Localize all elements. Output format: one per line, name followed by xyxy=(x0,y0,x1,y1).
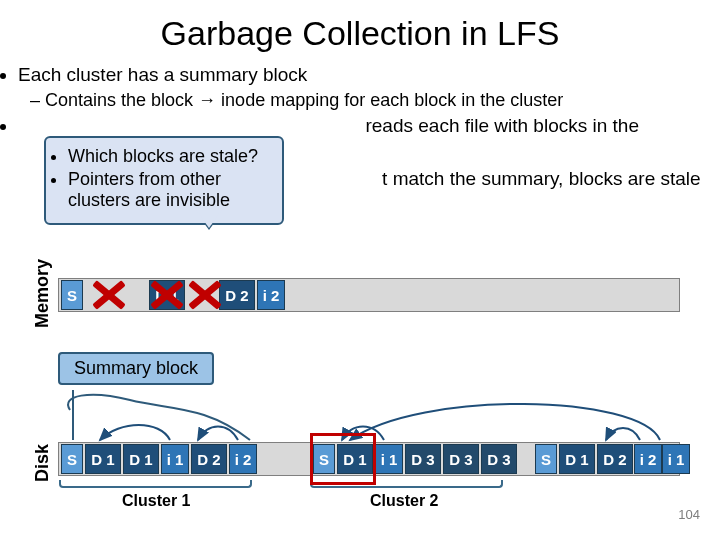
x-icon xyxy=(91,280,127,310)
disk-block-d1: D 1 xyxy=(559,444,595,474)
cluster-1-label: Cluster 1 xyxy=(122,492,190,510)
memory-label: Memory xyxy=(32,259,53,328)
page-title: Garbage Collection in LFS xyxy=(0,14,720,53)
disk-block-s: S xyxy=(535,444,557,474)
disk-block-i2: i 2 xyxy=(634,444,662,474)
mem-block-s: S xyxy=(61,280,83,310)
disk-block-d2: D 2 xyxy=(191,444,227,474)
memory-bar: SD 1D 2i 2 xyxy=(58,278,680,312)
mem-block-d1: D 1 xyxy=(149,280,185,310)
disk-block-i1: i 1 xyxy=(375,444,403,474)
disk-block-d3: D 3 xyxy=(481,444,517,474)
disk-block-d1: D 1 xyxy=(123,444,159,474)
disk-block-d3: D 3 xyxy=(443,444,479,474)
disk-block-d2: D 2 xyxy=(597,444,633,474)
mem-block-d2: D 2 xyxy=(219,280,255,310)
page-number: 104 xyxy=(678,507,700,522)
disk-block-i1: i 1 xyxy=(161,444,189,474)
callout-line-1: Which blocks are stale? xyxy=(68,146,274,167)
disk-block-s: S xyxy=(61,444,83,474)
summary-connector xyxy=(72,390,74,440)
x-icon xyxy=(187,280,223,310)
disk-block-d3: D 3 xyxy=(405,444,441,474)
cluster-2-label: Cluster 2 xyxy=(370,492,438,510)
disk-block-i1: i 1 xyxy=(662,444,690,474)
bullet-1-sub: – Contains the block → inode mapping for… xyxy=(30,89,712,112)
callout-line-2: Pointers from other clusters are invisib… xyxy=(68,169,274,211)
bullet-1: Each cluster has a summary block xyxy=(18,63,720,87)
callout-tail-fill xyxy=(195,208,223,228)
disk-label: Disk xyxy=(32,444,53,482)
bullet-hidden-row: XXXXXXXXXXXXXXXXXXXXXXXXXXX reads each f… xyxy=(0,114,720,138)
summary-block-label: Summary block xyxy=(58,352,214,385)
disk-block-i2: i 2 xyxy=(229,444,257,474)
bullet-2: XXXXXXXXXXXXXXXXXXXXXXXXXXX reads each f… xyxy=(18,114,720,138)
callout-box: Which blocks are stale? Pointers from ot… xyxy=(44,136,284,225)
disk-block-d1: D 1 xyxy=(85,444,121,474)
bullet-list: Each cluster has a summary block xyxy=(0,63,720,87)
brace-cluster-1 xyxy=(59,480,252,488)
stale-highlight xyxy=(310,433,376,485)
mem-block-i2: i 2 xyxy=(257,280,285,310)
